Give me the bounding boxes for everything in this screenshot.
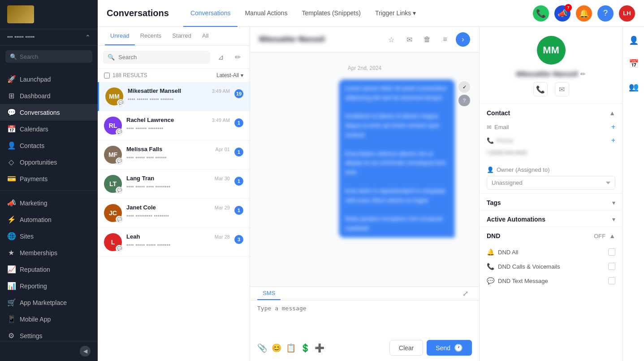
tab-recents[interactable]: Recents bbox=[135, 27, 167, 45]
tab-templates[interactable]: Templates (Snippets) bbox=[294, 0, 368, 27]
add-phone-button[interactable]: + bbox=[611, 136, 615, 144]
clock-icon: 🕐 bbox=[454, 344, 463, 352]
sidebar-item-opportunities[interactable]: ◇ Opportunities bbox=[0, 154, 98, 170]
conversation-name: Rachel Lawrence bbox=[126, 117, 174, 123]
add-email-button[interactable]: + bbox=[611, 123, 615, 131]
sidebar-item-calendars[interactable]: 📅 Calendars bbox=[0, 121, 98, 137]
account-chevron-icon: ⌃ bbox=[85, 34, 91, 41]
owner-section: 👤 Owner (Assigned to) Unassigned bbox=[480, 163, 622, 193]
conversation-item[interactable]: L 💬 Leah Mar 28 •••• ••••• ••••• •••••••… bbox=[98, 228, 250, 257]
contact-avatar-large: MM bbox=[537, 36, 566, 65]
help-button[interactable]: ? bbox=[597, 5, 614, 22]
content-area: Unread Recents Starred All 🔍 ⊿ bbox=[98, 27, 644, 361]
clear-button[interactable]: Clear bbox=[389, 340, 423, 356]
sidebar-item-marketing[interactable]: 📣 Marketing bbox=[0, 195, 98, 211]
payment-button[interactable]: 💲 bbox=[300, 343, 310, 353]
team-button[interactable]: 👥 bbox=[626, 79, 642, 95]
template-button[interactable]: 📋 bbox=[286, 343, 296, 353]
select-all-checkbox[interactable] bbox=[104, 73, 110, 78]
sidebar-item-mobile-app[interactable]: 📱 Mobile App bbox=[0, 311, 98, 327]
sort-button[interactable]: Latest-All ▾ bbox=[216, 72, 243, 78]
sidebar-search-box[interactable]: 🔍 ⌘K ⚡ bbox=[5, 50, 92, 63]
phone-label-text: Phone bbox=[497, 137, 514, 144]
sidebar-item-launchpad[interactable]: 🚀 Launchpad bbox=[0, 71, 98, 87]
unread-badge: 1 bbox=[234, 177, 243, 186]
unread-badge: 1 bbox=[234, 118, 243, 127]
email-icon: ✉ bbox=[406, 35, 412, 44]
conversation-time: Mar 30 bbox=[215, 176, 230, 181]
contact-email-button[interactable]: ✉ bbox=[555, 82, 569, 96]
conversation-info: Rachel Lawrence 3:49 AM •••• •••••• ••••… bbox=[126, 117, 230, 132]
conversation-preview: •••• •••••• ••••• ••••••• bbox=[128, 96, 173, 103]
sidebar-item-dashboard[interactable]: ⊞ Dashboard bbox=[0, 87, 98, 104]
conversation-item[interactable]: RL 💬 Rachel Lawrence 3:49 AM •••• ••••••… bbox=[98, 111, 250, 140]
trash-button[interactable]: 🗑 bbox=[420, 32, 434, 47]
sidebar-item-conversations[interactable]: 💬 Conversations bbox=[0, 104, 98, 121]
add-button[interactable]: ➕ bbox=[315, 343, 324, 353]
menu-button[interactable]: ≡ bbox=[438, 32, 452, 47]
calendar-button[interactable]: 📅 bbox=[626, 56, 642, 72]
compose-button[interactable]: ✏ bbox=[231, 50, 244, 64]
conversation-item[interactable]: JC 💬 Janet Cole Mar 29 •••• ••••••••• ••… bbox=[98, 199, 250, 228]
chat-panel: Mikesattler Mansell ☆ ✉ 🗑 ≡ › bbox=[250, 27, 479, 361]
marketing-icon: 📣 bbox=[7, 199, 15, 207]
tab-unread[interactable]: Unread bbox=[105, 27, 135, 45]
sidebar-collapse-button[interactable]: ◀ bbox=[80, 346, 91, 357]
next-button[interactable]: › bbox=[456, 32, 470, 47]
conversation-item[interactable]: MM 💬 Mikesattler Mansell 3:49 AM •••• ••… bbox=[98, 82, 250, 111]
tab-trigger-links[interactable]: Trigger Links ▾ bbox=[368, 0, 423, 27]
contact-profile-button[interactable]: 👤 bbox=[626, 32, 642, 48]
automations-section-header[interactable]: Active Automations ▾ bbox=[480, 210, 622, 226]
edit-contact-button[interactable]: ✏ bbox=[580, 70, 586, 78]
tab-manual-actions[interactable]: Manual Actions bbox=[238, 0, 294, 27]
conversation-item[interactable]: LT 💬 Lang Tran Mar 30 •••• ••••• •••• ••… bbox=[98, 170, 250, 199]
owner-select[interactable]: Unassigned bbox=[487, 176, 615, 190]
dnd-header[interactable]: DND OFF ▲ bbox=[480, 227, 622, 245]
megaphone-button[interactable]: 📣 7 bbox=[554, 5, 571, 22]
sidebar-item-reputation[interactable]: 📈 Reputation bbox=[0, 261, 98, 278]
tab-starred[interactable]: Starred bbox=[167, 27, 197, 45]
sidebar-item-payments[interactable]: 💳 Payments bbox=[0, 170, 98, 187]
dnd-text-checkbox[interactable] bbox=[608, 277, 615, 284]
phone-value: • (xxx) xxx-xxxx bbox=[487, 147, 615, 157]
user-avatar-button[interactable]: LH bbox=[619, 5, 635, 22]
conversation-search-input[interactable]: 🔍 bbox=[103, 51, 210, 64]
send-button[interactable]: Send 🕐 bbox=[427, 340, 472, 356]
phone-button[interactable]: 📞 bbox=[533, 5, 549, 22]
sidebar-item-reporting[interactable]: 📊 Reporting bbox=[0, 278, 98, 294]
message-input[interactable] bbox=[257, 305, 472, 332]
phone-icon: 📞 bbox=[487, 263, 494, 270]
compose-area[interactable] bbox=[250, 300, 479, 336]
sidebar-item-contacts[interactable]: 👤 Contacts bbox=[0, 137, 98, 154]
star-button[interactable]: ☆ bbox=[384, 32, 398, 47]
sidebar-item-settings[interactable]: ⚙ Settings bbox=[0, 327, 98, 341]
dnd-all-checkbox[interactable] bbox=[608, 248, 615, 256]
sidebar-item-sites[interactable]: 🌐 Sites bbox=[0, 228, 98, 244]
emoji-button[interactable]: 😊 bbox=[272, 343, 281, 353]
search-input[interactable] bbox=[20, 53, 95, 60]
expand-compose-button[interactable]: ⤢ bbox=[459, 289, 472, 298]
dnd-calls-checkbox[interactable] bbox=[608, 263, 615, 270]
logo-image bbox=[7, 5, 34, 23]
conversation-name: Lang Tran bbox=[126, 175, 154, 182]
sidebar-account[interactable]: ••• ••••• ••••• ⌃ bbox=[0, 29, 98, 46]
filter-button[interactable]: ⊿ bbox=[214, 50, 227, 64]
chat-icon: 💬 bbox=[116, 157, 123, 165]
page-title: Conversations bbox=[107, 8, 169, 18]
email-button[interactable]: ✉ bbox=[402, 32, 416, 47]
sidebar-item-app-marketplace[interactable]: 🛒 App Marketplace bbox=[0, 294, 98, 311]
sidebar-item-label: Marketing bbox=[20, 200, 47, 207]
bell-button[interactable]: 🔔 bbox=[576, 5, 592, 22]
contact-section-header[interactable]: Contact ▲ bbox=[480, 104, 622, 120]
tab-all[interactable]: All bbox=[197, 27, 214, 45]
conversation-search-field[interactable] bbox=[118, 54, 206, 61]
conversation-item[interactable]: MF 💬 Melissa Falls Apr 01 •••• ••••• •••… bbox=[98, 140, 250, 170]
sidebar-nav: 🚀 Launchpad ⊞ Dashboard 💬 Conversations … bbox=[0, 67, 98, 341]
tags-section-header[interactable]: Tags ▾ bbox=[480, 194, 622, 210]
compose-tab-sms[interactable]: SMS bbox=[257, 287, 281, 300]
tab-conversations[interactable]: Conversations bbox=[183, 0, 238, 27]
sidebar-item-automation[interactable]: ⚡ Automation bbox=[0, 211, 98, 228]
contact-phone-button[interactable]: 📞 bbox=[533, 82, 548, 96]
attachment-button[interactable]: 📎 bbox=[257, 343, 267, 353]
sidebar-item-memberships[interactable]: ★ Memberships bbox=[0, 244, 98, 261]
